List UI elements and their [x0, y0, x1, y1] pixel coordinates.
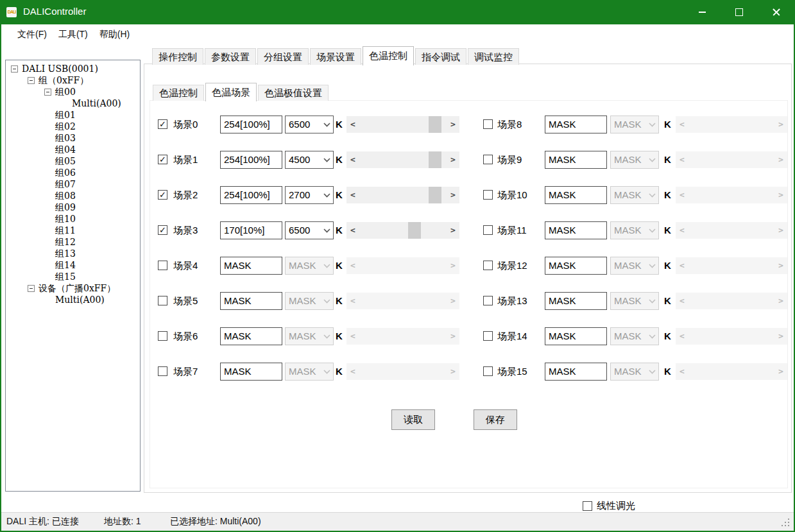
- tree-item[interactable]: 组（0xFF）: [6, 74, 140, 86]
- brightness-scrollbar[interactable]: <>: [676, 363, 787, 380]
- scene-cct-combobox[interactable]: 4500: [285, 151, 334, 169]
- scrollbar-thumb[interactable]: [429, 187, 441, 203]
- scene-level-input[interactable]: MASK: [545, 151, 607, 169]
- read-button[interactable]: 读取: [391, 409, 435, 430]
- brightness-scrollbar[interactable]: <>: [676, 116, 787, 133]
- scroll-right-arrow[interactable]: >: [776, 222, 786, 239]
- scene-checkbox[interactable]: [158, 261, 167, 270]
- scene-level-input[interactable]: MASK: [545, 292, 607, 310]
- scene-cct-combobox[interactable]: MASK: [285, 257, 334, 275]
- tab-2[interactable]: 分组设置: [257, 48, 309, 65]
- tab-1[interactable]: 参数设置: [205, 48, 256, 65]
- tree-item[interactable]: 组10: [6, 213, 140, 225]
- scroll-left-arrow[interactable]: <: [348, 222, 358, 239]
- tree-item[interactable]: 组11: [6, 225, 140, 236]
- scene-checkbox[interactable]: [483, 296, 493, 305]
- scene-cct-combobox[interactable]: MASK: [610, 221, 659, 239]
- scroll-right-arrow[interactable]: >: [776, 257, 786, 274]
- scene-checkbox[interactable]: [483, 119, 493, 129]
- scene-level-input[interactable]: MASK: [545, 257, 607, 275]
- scroll-right-arrow[interactable]: >: [776, 293, 786, 309]
- scene-cct-combobox[interactable]: MASK: [610, 151, 659, 169]
- scroll-left-arrow[interactable]: <: [348, 293, 358, 309]
- tab-0[interactable]: 操作控制: [152, 48, 203, 65]
- scroll-right-arrow[interactable]: >: [448, 187, 458, 203]
- scrollbar-thumb[interactable]: [429, 116, 441, 133]
- scene-level-input[interactable]: MASK: [220, 257, 282, 275]
- brightness-scrollbar[interactable]: <>: [346, 328, 459, 345]
- scene-level-input[interactable]: MASK: [545, 221, 607, 239]
- linear-dim-checkbox[interactable]: [583, 501, 592, 511]
- scrollbar-thumb[interactable]: [408, 222, 421, 239]
- brightness-scrollbar[interactable]: <>: [346, 363, 459, 380]
- tree-item[interactable]: 组15: [6, 271, 140, 282]
- tree-expander-icon[interactable]: [44, 89, 51, 96]
- scene-level-input[interactable]: MASK: [220, 363, 282, 381]
- scroll-left-arrow[interactable]: <: [348, 116, 358, 133]
- tab-6[interactable]: 调试监控: [468, 48, 519, 65]
- scrollbar-thumb[interactable]: [429, 151, 441, 168]
- scene-level-input[interactable]: MASK: [220, 292, 282, 310]
- scene-checkbox[interactable]: ✓: [158, 119, 167, 129]
- scroll-right-arrow[interactable]: >: [776, 116, 786, 133]
- menu-item-2[interactable]: 帮助(H): [94, 24, 135, 44]
- tree-item[interactable]: Multi(A00): [6, 294, 140, 305]
- tree-item[interactable]: 组09: [6, 202, 140, 213]
- scroll-right-arrow[interactable]: >: [776, 328, 786, 345]
- brightness-scrollbar[interactable]: <>: [676, 257, 787, 274]
- tree-expander-icon[interactable]: [28, 285, 35, 292]
- scene-checkbox[interactable]: [483, 190, 493, 200]
- scroll-left-arrow[interactable]: <: [677, 187, 687, 203]
- scene-checkbox[interactable]: [483, 366, 493, 376]
- scroll-left-arrow[interactable]: <: [677, 222, 687, 239]
- subtab-2[interactable]: 色温极值设置: [258, 85, 329, 101]
- tree-expander-icon[interactable]: [28, 77, 35, 84]
- scene-cct-combobox[interactable]: MASK: [610, 116, 659, 133]
- scene-level-input[interactable]: 254[100%]: [220, 151, 282, 169]
- scroll-left-arrow[interactable]: <: [677, 328, 687, 345]
- tree-item[interactable]: 组06: [6, 167, 140, 178]
- scene-level-input[interactable]: 254[100%]: [220, 186, 282, 204]
- scroll-left-arrow[interactable]: <: [677, 257, 687, 274]
- scene-checkbox[interactable]: [483, 225, 493, 235]
- scroll-right-arrow[interactable]: >: [776, 187, 786, 203]
- save-button[interactable]: 保存: [474, 409, 517, 430]
- brightness-scrollbar[interactable]: <>: [346, 257, 459, 274]
- tree-item[interactable]: 组02: [6, 121, 140, 132]
- scroll-right-arrow[interactable]: >: [448, 222, 458, 239]
- scroll-right-arrow[interactable]: >: [448, 363, 458, 380]
- brightness-scrollbar[interactable]: <>: [346, 151, 459, 168]
- tree-expander-icon[interactable]: [11, 65, 18, 73]
- scroll-right-arrow[interactable]: >: [776, 363, 786, 380]
- scene-checkbox[interactable]: [158, 296, 167, 305]
- scene-checkbox[interactable]: [158, 366, 167, 376]
- tree-item[interactable]: 组14: [6, 259, 140, 271]
- scene-cct-combobox[interactable]: 6500: [285, 221, 334, 239]
- scene-cct-combobox[interactable]: 6500: [285, 116, 334, 133]
- brightness-scrollbar[interactable]: <>: [676, 151, 787, 168]
- brightness-scrollbar[interactable]: <>: [346, 293, 459, 309]
- menu-item-0[interactable]: 文件(F): [12, 24, 53, 44]
- tab-3[interactable]: 场景设置: [310, 48, 361, 65]
- tab-4[interactable]: 色温控制: [363, 46, 414, 65]
- tree-item[interactable]: 设备（广播0xFF）: [6, 282, 140, 294]
- scene-checkbox[interactable]: ✓: [158, 155, 167, 164]
- tree-item[interactable]: 组13: [6, 248, 140, 259]
- scene-checkbox[interactable]: ✓: [158, 190, 167, 200]
- scene-checkbox[interactable]: [483, 261, 493, 270]
- scene-cct-combobox[interactable]: MASK: [610, 292, 659, 310]
- tree-item[interactable]: 组03: [6, 132, 140, 144]
- scene-cct-combobox[interactable]: MASK: [285, 327, 334, 345]
- menu-item-1[interactable]: 工具(T): [53, 24, 94, 44]
- scene-cct-combobox[interactable]: MASK: [285, 292, 334, 310]
- scroll-left-arrow[interactable]: <: [677, 363, 687, 380]
- scene-cct-combobox[interactable]: MASK: [610, 186, 659, 204]
- tree-item[interactable]: 组01: [6, 109, 140, 121]
- scroll-right-arrow[interactable]: >: [448, 328, 458, 345]
- scene-level-input[interactable]: MASK: [545, 363, 607, 381]
- tree-item[interactable]: Multi(A00): [6, 98, 140, 109]
- scroll-left-arrow[interactable]: <: [348, 257, 358, 274]
- linear-dim-option[interactable]: 线性调光: [583, 499, 635, 512]
- scene-checkbox[interactable]: [483, 331, 493, 341]
- device-tree[interactable]: DALI USB(0001)组（0xFF）组00Multi(A00)组01组02…: [5, 60, 141, 492]
